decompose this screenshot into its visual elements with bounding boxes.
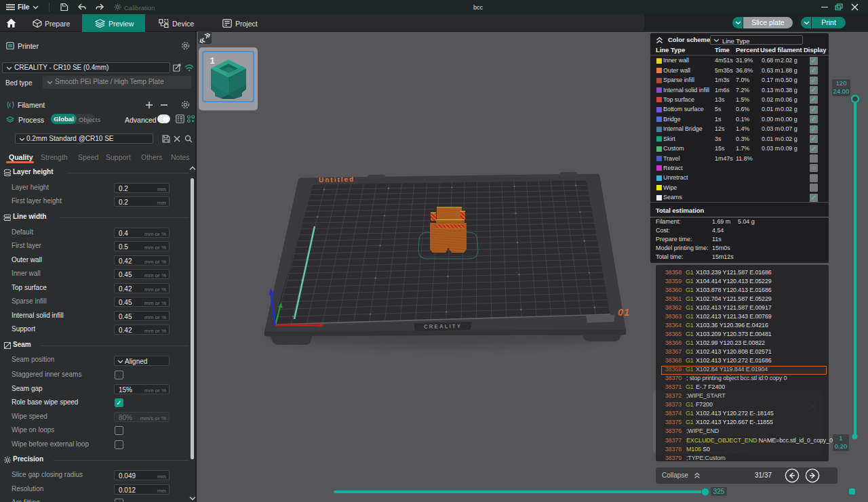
svg-text:CREALITY: CREALITY	[424, 323, 462, 330]
svg-text:01: 01	[618, 307, 630, 318]
svg-text:Untitled: Untitled	[319, 175, 355, 184]
